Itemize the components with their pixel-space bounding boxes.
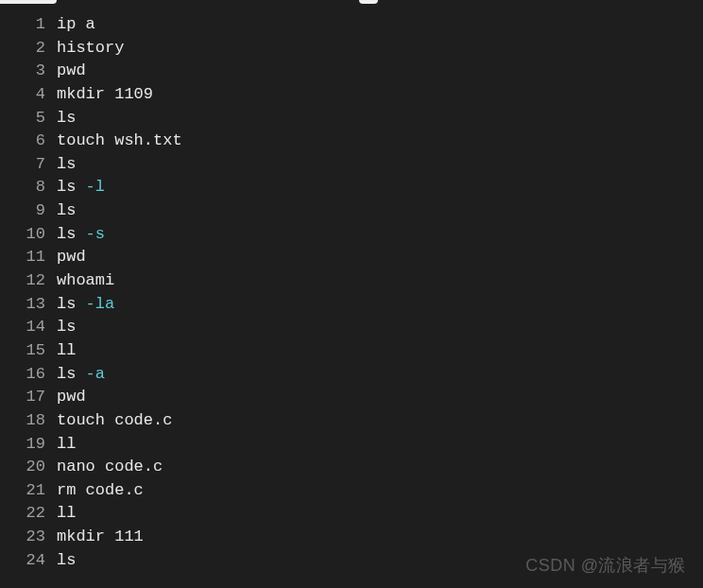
line-number: 22 xyxy=(0,502,57,526)
command-segment: ls xyxy=(57,551,76,569)
history-line: 1ip a xyxy=(0,13,703,37)
command-text: ls xyxy=(57,153,76,177)
command-segment: ls xyxy=(57,109,76,127)
history-line: 19ll xyxy=(0,433,703,457)
command-segment: touch wsh.txt xyxy=(57,131,182,149)
history-line: 4mkdir 1109 xyxy=(0,83,703,107)
history-line: 13ls -la xyxy=(0,293,703,317)
command-segment: ls xyxy=(57,365,86,383)
line-number: 24 xyxy=(0,549,57,573)
command-text: nano code.c xyxy=(57,456,163,479)
command-text: mkdir 1109 xyxy=(57,83,153,107)
command-segment: ls xyxy=(57,178,86,196)
history-line: 16ls -a xyxy=(0,363,703,387)
line-number: 9 xyxy=(0,199,57,223)
history-line: 3pwd xyxy=(0,60,703,83)
command-text: pwd xyxy=(57,60,86,83)
command-segment: ls xyxy=(57,318,76,336)
history-line: 22ll xyxy=(0,502,703,526)
history-line: 12whoami xyxy=(0,269,703,293)
command-segment: rm code.c xyxy=(57,481,144,499)
history-line: 11pwd xyxy=(0,246,703,269)
command-segment: ll xyxy=(57,341,76,359)
watermark-text: CSDN @流浪者与猴 xyxy=(525,554,686,577)
command-text: ls xyxy=(57,316,76,339)
history-line: 23mkdir 111 xyxy=(0,526,703,549)
command-flag: -a xyxy=(86,365,105,383)
command-text: ll xyxy=(57,339,76,363)
command-text: history xyxy=(57,37,124,61)
command-text: ls -l xyxy=(57,176,105,199)
history-line: 21rm code.c xyxy=(0,479,703,503)
command-text: ll xyxy=(57,433,76,457)
command-segment: ls xyxy=(57,155,76,173)
command-text: ls xyxy=(57,107,76,130)
history-line: 7ls xyxy=(0,153,703,177)
command-flag: -la xyxy=(86,295,115,313)
history-line: 17pwd xyxy=(0,386,703,409)
history-line: 14ls xyxy=(0,316,703,339)
command-text: ls -s xyxy=(57,223,105,247)
history-line: 15ll xyxy=(0,339,703,363)
line-number: 7 xyxy=(0,153,57,177)
command-text: pwd xyxy=(57,246,86,269)
line-number: 15 xyxy=(0,339,57,363)
history-line: 10ls -s xyxy=(0,223,703,247)
command-segment: ls xyxy=(57,201,76,219)
history-line: 9ls xyxy=(0,199,703,223)
tab-bar xyxy=(0,0,703,8)
line-number: 2 xyxy=(0,37,57,61)
history-line: 2history xyxy=(0,37,703,61)
line-number: 19 xyxy=(0,433,57,457)
command-segment: ll xyxy=(57,435,76,453)
line-number: 12 xyxy=(0,269,57,293)
command-segment: pwd xyxy=(57,388,86,406)
command-text: ll xyxy=(57,502,76,526)
command-text: ls -a xyxy=(57,363,105,387)
line-number: 8 xyxy=(0,176,57,199)
history-line: 6touch wsh.txt xyxy=(0,130,703,153)
command-text: pwd xyxy=(57,386,86,409)
command-segment: mkdir 1109 xyxy=(57,85,153,103)
command-flag: -l xyxy=(86,178,105,196)
command-text: ls xyxy=(57,199,76,223)
line-number: 16 xyxy=(0,363,57,387)
command-text: touch code.c xyxy=(57,409,172,433)
line-number: 11 xyxy=(0,246,57,269)
command-text: ip a xyxy=(57,13,95,37)
command-flag: -s xyxy=(86,225,105,243)
line-number: 23 xyxy=(0,526,57,549)
line-number: 13 xyxy=(0,293,57,317)
line-number: 20 xyxy=(0,456,57,479)
command-text: mkdir 111 xyxy=(57,526,144,549)
command-text: whoami xyxy=(57,269,114,293)
command-segment: ip a xyxy=(57,15,95,33)
command-segment: pwd xyxy=(57,61,86,79)
line-number: 1 xyxy=(0,13,57,37)
command-text: ls -la xyxy=(57,293,114,317)
command-text: ls xyxy=(57,549,76,573)
history-line: 5ls xyxy=(0,107,703,130)
line-number: 4 xyxy=(0,83,57,107)
command-text: rm code.c xyxy=(57,479,144,503)
line-number: 10 xyxy=(0,223,57,247)
command-segment: ls xyxy=(57,225,86,243)
line-number: 3 xyxy=(0,60,57,83)
terminal-output[interactable]: 1ip a2history3pwd4mkdir 11095ls6touch ws… xyxy=(0,8,703,572)
command-text: touch wsh.txt xyxy=(57,130,182,153)
command-segment: whoami xyxy=(57,271,114,289)
command-segment: ll xyxy=(57,504,76,522)
command-segment: nano code.c xyxy=(57,458,163,476)
command-segment: mkdir 111 xyxy=(57,527,144,545)
history-line: 20nano code.c xyxy=(0,456,703,479)
command-segment: ls xyxy=(57,295,86,313)
command-segment: history xyxy=(57,39,124,57)
command-segment: touch code.c xyxy=(57,411,172,429)
line-number: 6 xyxy=(0,130,57,153)
command-segment: pwd xyxy=(57,248,86,266)
line-number: 5 xyxy=(0,107,57,130)
line-number: 21 xyxy=(0,479,57,503)
history-line: 8ls -l xyxy=(0,176,703,199)
line-number: 17 xyxy=(0,386,57,409)
line-number: 18 xyxy=(0,409,57,433)
